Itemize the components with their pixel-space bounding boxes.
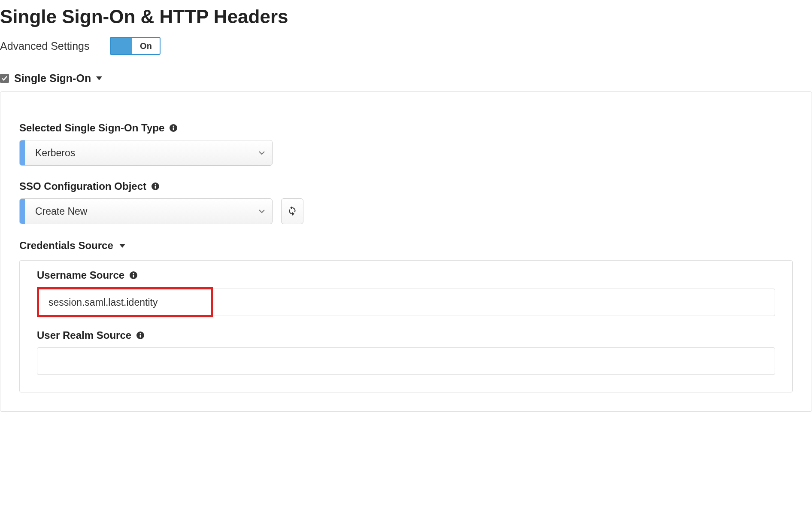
sso-config-label: SSO Configuration Object	[19, 180, 146, 192]
sso-checkbox[interactable]	[0, 74, 9, 83]
sso-config-value: Create New	[25, 199, 251, 224]
refresh-button[interactable]	[281, 198, 303, 224]
svg-point-4	[155, 184, 156, 185]
sso-type-select[interactable]: Kerberos	[19, 140, 273, 166]
username-source-input[interactable]: session.saml.last.identity	[37, 287, 213, 317]
sso-section-header: Single Sign-On	[0, 72, 812, 91]
sso-type-label: Selected Single Sign-On Type	[19, 122, 164, 134]
user-realm-source-label: User Realm Source	[37, 329, 131, 341]
sso-panel: Selected Single Sign-On Type Kerberos SS…	[0, 91, 812, 412]
advanced-settings-label: Advanced Settings	[0, 40, 89, 52]
advanced-settings-toggle[interactable]: On	[110, 37, 161, 55]
caret-down-icon[interactable]	[96, 76, 102, 80]
sso-section-title: Single Sign-On	[14, 72, 91, 85]
svg-point-7	[133, 273, 134, 274]
credentials-header: Credentials Source	[19, 240, 793, 252]
info-icon[interactable]	[170, 124, 177, 132]
sso-config-select[interactable]: Create New	[19, 198, 273, 224]
page-title: Single Sign-On & HTTP Headers	[0, 0, 812, 34]
svg-rect-5	[155, 186, 156, 188]
chevron-down-icon	[251, 199, 272, 224]
info-icon[interactable]	[136, 331, 144, 339]
sso-type-value: Kerberos	[25, 140, 251, 165]
advanced-settings-row: Advanced Settings On	[0, 34, 812, 72]
user-realm-source-row: User Realm Source	[37, 329, 775, 375]
svg-point-10	[140, 333, 141, 334]
toggle-on-label: On	[132, 38, 160, 54]
svg-point-1	[173, 126, 174, 127]
svg-rect-11	[140, 335, 141, 337]
sso-type-row: Selected Single Sign-On Type Kerberos	[19, 122, 793, 166]
svg-rect-2	[173, 128, 174, 130]
chevron-down-icon	[251, 140, 272, 165]
svg-rect-8	[133, 275, 134, 277]
user-realm-source-input[interactable]	[37, 347, 775, 375]
username-source-label: Username Source	[37, 269, 124, 281]
username-source-row: Username Source session.saml.last.identi…	[37, 269, 775, 317]
info-icon[interactable]	[130, 271, 137, 279]
credentials-panel: Username Source session.saml.last.identi…	[19, 260, 793, 392]
refresh-icon	[287, 205, 297, 217]
info-icon[interactable]	[151, 182, 159, 190]
caret-down-icon[interactable]	[119, 244, 125, 248]
credentials-title: Credentials Source	[19, 240, 113, 252]
sso-config-row: SSO Configuration Object Create New	[19, 180, 793, 224]
